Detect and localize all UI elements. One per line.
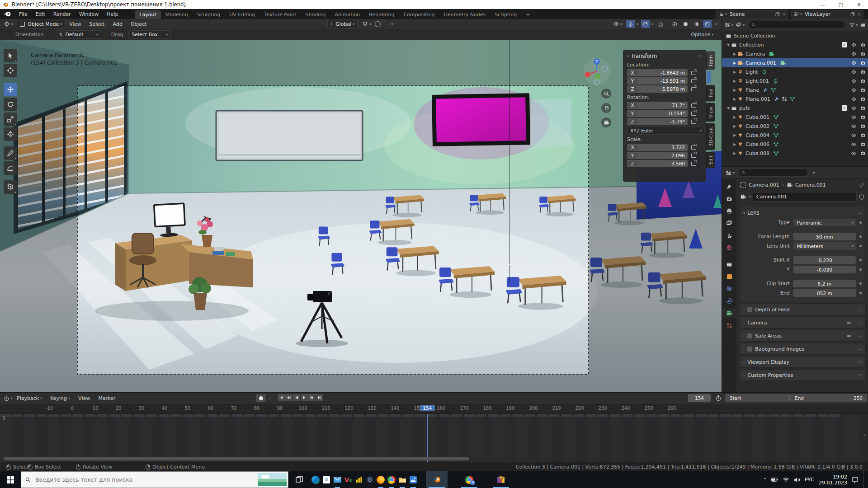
wifi-icon[interactable] xyxy=(783,477,789,483)
rotation-x-field[interactable]: X71.7° xyxy=(627,102,688,109)
current-frame-badge[interactable]: 154 xyxy=(420,405,435,411)
tray-expand-icon[interactable]: ⌃ xyxy=(763,477,767,482)
current-frame-field[interactable]: 154 xyxy=(688,394,711,402)
menu-view[interactable]: View xyxy=(65,21,85,27)
workspace-tab-layout[interactable]: Layout xyxy=(135,10,160,19)
tool-annotate[interactable] xyxy=(4,146,17,160)
scale-y-field[interactable]: Y2.096 xyxy=(627,152,688,159)
taskbar-app-chrome[interactable] xyxy=(386,471,397,488)
lock-icon[interactable] xyxy=(691,71,696,75)
taskbar-app-edge[interactable] xyxy=(310,471,321,488)
tool-transform[interactable] xyxy=(4,127,17,141)
tab-texture-properties[interactable] xyxy=(723,321,735,330)
workspace-tab-rendering[interactable]: Rendering xyxy=(364,10,399,19)
render-visibility-icon[interactable] xyxy=(860,51,866,56)
outliner-filter-mode[interactable]: ▾ xyxy=(725,22,733,28)
shield-icon[interactable] xyxy=(859,194,865,200)
outliner-display-mode[interactable]: ▾ xyxy=(736,22,745,28)
breadcrumb-data[interactable]: Camera.001 xyxy=(795,182,826,188)
view-layer-selector[interactable]: ▾ ViewLayer × xyxy=(791,10,863,19)
hide-eye-icon[interactable] xyxy=(851,60,857,66)
use-preview-range-icon[interactable] xyxy=(715,395,722,401)
clip-end-field[interactable]: 852 m xyxy=(793,289,856,297)
animate-dot[interactable] xyxy=(859,221,862,224)
taskbar-app-firefox[interactable] xyxy=(375,471,386,488)
disclosure-icon[interactable]: ▶ xyxy=(732,88,737,92)
scale-x-field[interactable]: X3.722 xyxy=(627,144,688,151)
lock-icon[interactable] xyxy=(691,145,696,150)
breadcrumb-object[interactable]: Camera.001 xyxy=(749,182,779,188)
section-custom-properties[interactable]: › Custom Properties∷∷ xyxy=(739,369,866,381)
hide-eye-icon[interactable] xyxy=(851,87,857,93)
hide-eye-icon[interactable] xyxy=(851,105,857,111)
tab-object-data-properties[interactable] xyxy=(722,309,736,318)
animate-dot[interactable] xyxy=(859,245,862,247)
hide-eye-icon[interactable] xyxy=(851,132,857,138)
menu-add[interactable]: Add xyxy=(108,21,126,27)
rotation-z-field[interactable]: Z-1.79° xyxy=(627,118,688,125)
outliner-search[interactable] xyxy=(748,21,845,29)
disclosure-icon[interactable]: ▶ xyxy=(732,115,737,119)
pin-icon[interactable] xyxy=(859,182,865,188)
hide-eye-icon[interactable] xyxy=(851,78,857,84)
tool-move[interactable] xyxy=(4,83,17,96)
expand-channels-icon[interactable]: ❯ xyxy=(2,416,6,420)
render-visibility-icon[interactable] xyxy=(860,141,866,147)
animate-dot[interactable] xyxy=(859,282,862,285)
scale-z-field[interactable]: Z3.580 xyxy=(627,160,688,167)
gizmos-toggle[interactable] xyxy=(626,20,635,28)
render-visibility-icon[interactable] xyxy=(860,123,866,129)
outliner-row-camera[interactable]: ▶ Camera xyxy=(722,49,868,58)
show-desktop-button[interactable] xyxy=(863,471,865,488)
drag-mode-dropdown[interactable]: Select Box ▾ xyxy=(128,30,171,39)
close-button[interactable]: ✕ xyxy=(850,0,868,9)
proportional-editing-icon[interactable] xyxy=(375,21,381,27)
start-button[interactable] xyxy=(0,471,21,488)
section-safe-areas[interactable]: › Safe Areas≔∷∷ xyxy=(739,330,866,342)
lock-icon[interactable] xyxy=(691,103,696,108)
taskbar-app-mail[interactable] xyxy=(332,471,343,488)
overlays-toggle[interactable] xyxy=(641,20,650,28)
remove-view-layer-icon[interactable]: × xyxy=(857,11,861,17)
timeline-hscrollbar[interactable] xyxy=(4,457,469,460)
battery-icon[interactable] xyxy=(771,477,778,482)
outliner-search-input[interactable] xyxy=(755,22,842,28)
rotation-y-field[interactable]: Y0.154° xyxy=(627,110,688,117)
viewport-3d[interactable]: Camera Panoramic (154) Collection 3 | Ca… xyxy=(0,40,722,392)
animate-dot[interactable] xyxy=(859,235,862,238)
render-visibility-icon[interactable] xyxy=(860,114,866,120)
disclosure-icon[interactable]: ▶ xyxy=(732,124,737,128)
menu-window[interactable]: Window xyxy=(75,11,103,17)
disclosure-icon[interactable]: ▶ xyxy=(732,142,737,146)
timeline-editor-type[interactable]: ▾ xyxy=(4,395,13,401)
panel-grip-icon[interactable]: ∷∷ xyxy=(858,211,862,215)
tab-edit[interactable]: Edit xyxy=(706,152,715,168)
pan-button[interactable] xyxy=(601,103,611,113)
jump-to-start-button[interactable] xyxy=(278,394,285,401)
collapse-icon[interactable]: ▾ xyxy=(627,54,629,58)
snap-toggle[interactable]: ▾ xyxy=(362,21,371,27)
lock-icon[interactable] xyxy=(691,112,696,116)
section-checkbox[interactable] xyxy=(747,333,752,338)
auto-keying-button[interactable] xyxy=(256,394,266,402)
hide-eye-icon[interactable] xyxy=(851,141,857,147)
tab-object-properties[interactable] xyxy=(723,272,735,281)
clip-start-field[interactable]: 5.2 m xyxy=(793,280,856,287)
tab-tool[interactable]: Tool xyxy=(706,85,715,101)
minimize-button[interactable]: — xyxy=(814,0,832,9)
maximize-button[interactable]: ▢ xyxy=(832,0,850,9)
hide-eye-icon[interactable] xyxy=(851,42,857,48)
animate-dot[interactable] xyxy=(859,268,862,271)
outliner-row-plane[interactable]: ▶ Plane xyxy=(722,85,868,94)
tab-item[interactable]: Item xyxy=(706,52,715,70)
timeline-dopesheet[interactable]: ❯ ‹ xyxy=(0,414,868,463)
prev-keyframe-button[interactable] xyxy=(285,394,292,401)
play-button[interactable] xyxy=(301,394,308,401)
unlink-scene-icon[interactable]: × xyxy=(782,11,786,17)
mode-selector[interactable]: Object Mode▾ xyxy=(17,20,65,28)
menu-select[interactable]: Select xyxy=(85,21,108,27)
xray-toggle[interactable] xyxy=(656,20,665,28)
jump-to-end-button[interactable] xyxy=(316,394,323,401)
location-z-field[interactable]: Z5.5979 m xyxy=(627,85,688,93)
lock-icon[interactable] xyxy=(691,154,696,158)
